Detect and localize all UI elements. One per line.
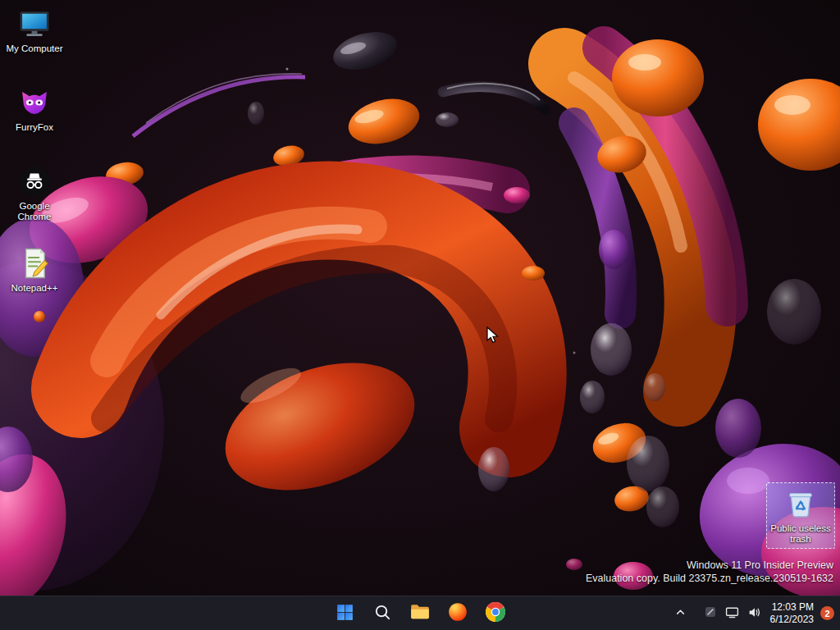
chrome-icon (485, 601, 506, 625)
volume-icon (747, 605, 761, 622)
clock-time: 12:03 PM (770, 601, 814, 614)
folder-icon (409, 601, 431, 625)
firefox-icon (447, 601, 468, 625)
desktop-icon-label: My Computer (6, 43, 62, 54)
desktop[interactable]: My Computer FurryFox G (0, 0, 840, 630)
notepad-document-icon (17, 246, 52, 281)
chrome-button[interactable] (480, 599, 511, 628)
network-icon (725, 605, 739, 622)
volume-button[interactable] (743, 599, 765, 628)
search-icon (373, 603, 392, 624)
desktop-icon-furryfox[interactable]: FurryFox (2, 85, 67, 133)
start-button[interactable] (329, 599, 360, 628)
evaluation-watermark: Windows 11 Pro Insider Preview Evaluatio… (586, 559, 833, 585)
watermark-line2: Evaluation copy. Build 23375.zn_release.… (586, 573, 833, 586)
desktop-wallpaper (0, 0, 840, 630)
notification-badge[interactable]: 2 (820, 606, 834, 620)
desktop-icon-label: FurryFox (16, 122, 53, 133)
watermark-line1: Windows 11 Pro Insider Preview (586, 559, 833, 573)
desktop-icon-label: Google Chrome (6, 201, 63, 222)
desktop-icon-label: Public useless trash (769, 523, 833, 545)
network-button[interactable] (721, 599, 743, 628)
my-computer-icon (17, 7, 52, 41)
recycle-bin-icon (783, 486, 818, 521)
tray-app-button[interactable] (700, 599, 721, 628)
incognito-spy-icon (17, 164, 52, 199)
desktop-icon-google-chrome[interactable]: Google Chrome (2, 164, 67, 222)
taskbar-center-icons (329, 596, 511, 630)
hidden-icons-button[interactable] (670, 599, 692, 628)
windows-start-icon (335, 602, 355, 625)
desktop-icon-notepadpp[interactable]: Notepad++ (2, 246, 67, 294)
desktop-icon-my-computer[interactable]: My Computer (2, 7, 67, 54)
firefox-button[interactable] (442, 599, 473, 628)
tray-app-icon (704, 605, 717, 621)
clock-date: 6/12/2023 (770, 614, 814, 626)
desktop-icon-recycle-bin[interactable]: Public useless trash (766, 482, 835, 549)
desktop-icon-label: Notepad++ (11, 283, 58, 294)
chevron-up-icon (675, 607, 686, 620)
taskbar-clock[interactable]: 12:03 PM 6/12/2023 (765, 600, 819, 628)
file-explorer-button[interactable] (404, 599, 436, 628)
taskbar: 12:03 PM 6/12/2023 2 (0, 596, 840, 630)
system-tray: 12:03 PM 6/12/2023 2 (670, 596, 838, 630)
furryfox-icon (17, 85, 52, 120)
search-button[interactable] (367, 599, 398, 628)
